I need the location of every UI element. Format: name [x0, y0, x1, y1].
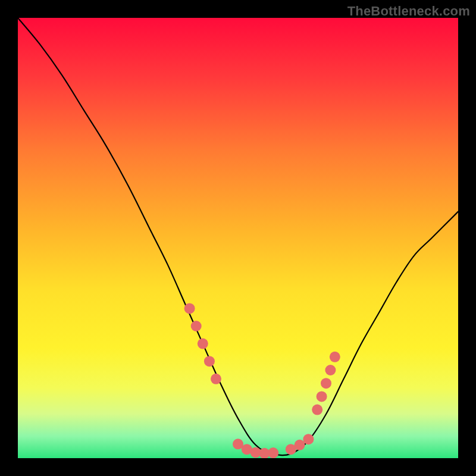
- svg-point-5: [211, 374, 221, 384]
- plot-area: [18, 18, 458, 458]
- svg-point-7: [317, 391, 327, 402]
- svg-point-2: [191, 321, 202, 331]
- svg-point-8: [321, 378, 331, 389]
- chart-frame: TheBottleneck.com: [0, 0, 476, 476]
- svg-point-17: [295, 440, 305, 450]
- svg-point-1: [184, 303, 195, 314]
- svg-point-15: [268, 447, 278, 458]
- svg-point-3: [198, 339, 208, 349]
- svg-point-10: [330, 352, 340, 362]
- svg-point-6: [312, 405, 322, 415]
- svg-point-9: [325, 365, 336, 375]
- svg-rect-0: [18, 18, 458, 458]
- chart-svg: [18, 18, 458, 458]
- svg-point-18: [303, 434, 314, 444]
- svg-point-4: [204, 356, 215, 367]
- watermark-text: TheBottleneck.com: [347, 4, 470, 19]
